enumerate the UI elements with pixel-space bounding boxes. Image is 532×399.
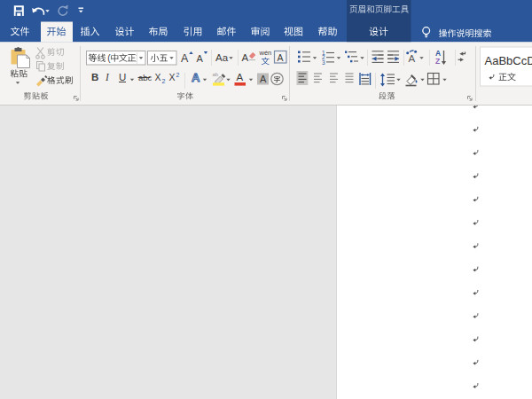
svg-text:ab: ab [213,72,219,77]
svg-text:A: A [181,52,189,65]
svg-text:A: A [278,52,284,63]
svg-text:A: A [242,52,249,63]
svg-text:X: X [169,72,176,82]
svg-text:U: U [119,72,126,82]
svg-text:Aa: Aa [215,52,229,63]
svg-text:A: A [192,71,200,84]
svg-text:3: 3 [322,59,325,66]
svg-text:A: A [260,74,267,84]
svg-text:X: X [155,72,161,82]
svg-text:2: 2 [176,72,180,78]
svg-text:wén: wén [259,49,272,57]
svg-text:A: A [409,53,416,64]
svg-text:2: 2 [162,78,166,84]
svg-text:A: A [197,53,204,64]
svg-text:AaBbCcD: AaBbCcD [485,54,532,67]
svg-text:A: A [237,72,244,82]
svg-text:B: B [91,72,98,82]
svg-text:Z: Z [435,57,440,66]
